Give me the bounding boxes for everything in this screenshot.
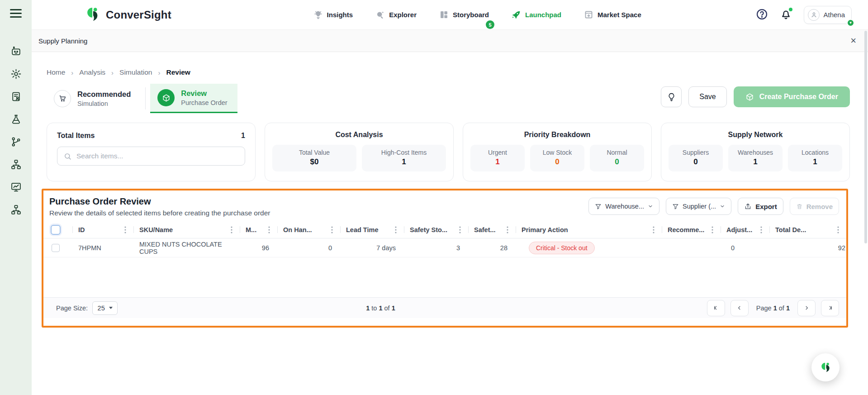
column-menu-icon[interactable] [268, 226, 270, 233]
network-icon[interactable] [10, 204, 22, 216]
column-sku-name: SKU/Name [133, 221, 240, 238]
nav-explorer[interactable]: Explorer [375, 10, 417, 19]
cell-recommended [662, 238, 721, 257]
select-all-checkbox[interactable] [51, 225, 61, 235]
table-empty-space [43, 257, 846, 297]
presentation-icon[interactable] [10, 181, 22, 193]
last-page-button[interactable] [821, 300, 839, 316]
idea-button[interactable] [661, 86, 682, 107]
logo-text: ConverSight [106, 9, 171, 21]
row-checkbox[interactable] [52, 244, 60, 252]
step-review-purchase-order[interactable]: Review Purchase Order [150, 84, 237, 113]
column-menu-icon[interactable] [837, 226, 839, 233]
total-items-label: Total Items [57, 132, 95, 140]
logo-icon [84, 7, 101, 23]
bulb-icon [667, 92, 676, 102]
priority-breakdown-title: Priority Breakdown [463, 131, 651, 139]
breadcrumb-home[interactable]: Home [47, 68, 65, 76]
supplier-filter-dropdown[interactable]: Supplier (... [666, 198, 731, 215]
nav-market-space[interactable]: Market Space [584, 10, 641, 19]
page-actions: Save Create Purchase Order [661, 86, 850, 107]
cell-on-hand: 0 [277, 238, 340, 257]
nav-insights[interactable]: Insights [313, 10, 353, 19]
total-items-value: 1 [241, 132, 245, 140]
purchase-order-review-section: Purchase Order Review Review the details… [42, 189, 848, 328]
create-purchase-order-label: Create Purchase Order [759, 93, 838, 101]
workspace-tab-title: Supply Planning [38, 37, 87, 45]
warehouse-filter-dropdown[interactable]: Warehouse... [588, 198, 659, 215]
chevron-down-icon [720, 204, 725, 209]
create-purchase-order-button[interactable]: Create Purchase Order [734, 86, 850, 107]
previous-page-button[interactable] [730, 300, 749, 316]
warehouses-stat: Warehouses 1 [728, 145, 783, 171]
breadcrumb-review: Review [166, 68, 190, 76]
topbar-actions: Athena ▼ [756, 6, 852, 24]
column-menu-icon[interactable] [231, 226, 232, 233]
user-menu-button[interactable]: Athena ▼ [804, 6, 852, 24]
report-icon[interactable] [10, 91, 22, 103]
column-menu-icon[interactable] [760, 226, 762, 233]
step-subtitle: Purchase Order [181, 99, 227, 106]
column-menu-icon[interactable] [711, 226, 713, 233]
page-size-select[interactable]: 25 [92, 301, 118, 315]
notification-dot [789, 8, 792, 11]
remove-button[interactable]: Remove [790, 198, 839, 215]
search-input[interactable] [76, 152, 238, 160]
help-button[interactable] [756, 8, 768, 22]
low-stock-stat: Low Stock 0 [530, 145, 584, 171]
column-menu-icon[interactable] [395, 226, 397, 233]
hierarchy-icon[interactable] [10, 159, 22, 171]
status-badge: Critical - Stock out [529, 242, 595, 254]
nav-storyboard[interactable]: Storyboard 5 [439, 10, 489, 19]
column-m: M... [240, 221, 277, 238]
main-area: ConverSight Insights Explorer Storyboard… [32, 0, 868, 395]
po-title: Purchase Order Review [49, 196, 270, 207]
column-menu-icon[interactable] [653, 226, 655, 233]
column-adjusted: Adjust... [721, 221, 769, 238]
po-heading: Purchase Order Review Review the details… [49, 196, 270, 217]
trash-icon [796, 203, 803, 210]
divider [145, 87, 146, 109]
nav-label: Market Space [598, 11, 641, 19]
table-header: ID SKU/Name M... On Han... Lead Time Saf… [43, 221, 846, 238]
assistant-fab-button[interactable] [811, 353, 840, 381]
assistant-icon[interactable] [10, 46, 22, 57]
first-page-icon [713, 305, 719, 311]
breadcrumb-simulation[interactable]: Simulation [119, 68, 152, 76]
export-button[interactable]: Export [738, 198, 783, 215]
lab-icon[interactable] [10, 114, 22, 125]
column-menu-icon[interactable] [459, 226, 461, 233]
conversight-logo[interactable]: ConverSight [84, 7, 171, 23]
column-menu-icon[interactable] [507, 226, 508, 233]
locations-stat: Locations 1 [788, 145, 842, 171]
first-page-button[interactable] [707, 300, 725, 316]
save-button[interactable]: Save [688, 86, 726, 107]
package-icon [745, 93, 754, 101]
chevron-right-icon [804, 305, 810, 311]
column-lead-time: Lead Time [340, 221, 404, 238]
step-recommended-simulation[interactable]: Recommended Simulation [47, 84, 141, 113]
scrollbar[interactable] [864, 31, 867, 243]
notifications-button[interactable] [780, 8, 792, 22]
cell-adjusted: 0 [721, 238, 769, 257]
column-menu-icon[interactable] [124, 226, 126, 233]
page-size-label: Page Size: [56, 305, 88, 312]
table-row[interactable]: 7HPMN MIXED NUTS CHOCOLATE CUPS 96 0 7 d… [43, 238, 846, 257]
nav-launchpad[interactable]: Launchpad [512, 10, 561, 19]
cell-total-demand: 92 [769, 238, 846, 257]
settings-icon[interactable] [10, 68, 22, 80]
breadcrumb-separator: › [71, 69, 73, 76]
cell-primary-action: Critical - Stock out [516, 238, 662, 257]
branch-icon[interactable] [10, 136, 22, 148]
cell-lead-time: 7 days [340, 238, 404, 257]
close-icon[interactable]: × [850, 36, 856, 46]
upload-icon [744, 203, 752, 210]
breadcrumb-analysis[interactable]: Analysis [79, 68, 105, 76]
column-menu-icon[interactable] [331, 226, 333, 233]
next-page-button[interactable] [797, 300, 816, 316]
priority-breakdown-card: Priority Breakdown Urgent 1 Low Stock 0 … [463, 123, 652, 181]
cell-m: 96 [240, 238, 277, 257]
menu-toggle-button[interactable] [10, 9, 22, 18]
column-safet: Safet... [468, 221, 516, 238]
column-on-hand: On Han... [277, 221, 340, 238]
